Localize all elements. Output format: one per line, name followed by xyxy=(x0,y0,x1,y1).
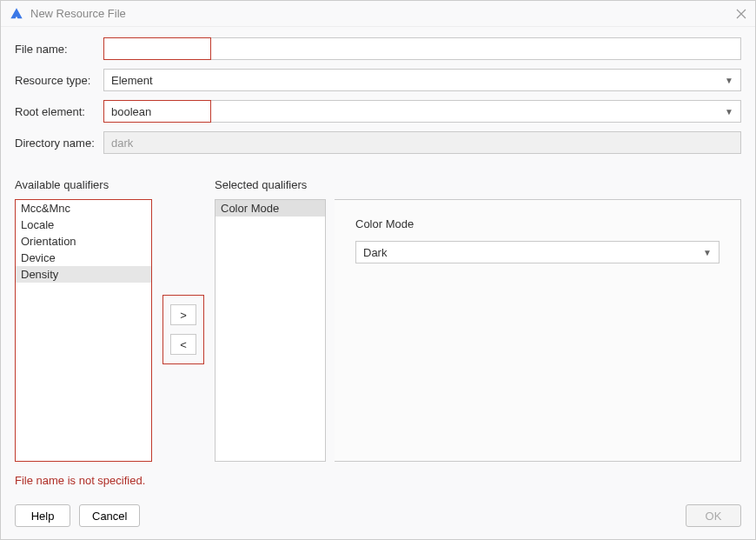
close-icon[interactable] xyxy=(736,9,746,19)
chevron-down-icon: ▼ xyxy=(703,248,712,257)
root-element-label: Root element: xyxy=(15,105,103,118)
move-left-button[interactable]: < xyxy=(170,334,196,355)
file-name-input-extent[interactable] xyxy=(211,37,741,60)
list-item[interactable]: Orientation xyxy=(16,233,151,250)
list-item[interactable]: Density xyxy=(16,266,151,283)
chevron-down-icon: ▼ xyxy=(725,107,733,117)
available-qualifiers-list[interactable]: Mcc&MncLocaleOrientationDeviceDensity xyxy=(15,199,152,462)
resource-type-select[interactable]: Element ▼ xyxy=(103,69,741,91)
selected-qualifiers-label: Selected qualifiers xyxy=(215,178,326,194)
cancel-button[interactable]: Cancel xyxy=(79,504,140,527)
root-element-value: boolean xyxy=(111,105,151,118)
qualifier-detail-select[interactable]: Dark ▼ xyxy=(355,241,720,263)
resource-type-label: Resource type: xyxy=(15,74,103,87)
list-item[interactable]: Color Mode xyxy=(216,200,325,217)
selected-qualifiers-list[interactable]: Color Mode xyxy=(215,199,326,462)
list-item[interactable]: Mcc&Mnc xyxy=(16,200,151,217)
dialog-footer: Help Cancel OK xyxy=(1,496,755,539)
help-button[interactable]: Help xyxy=(15,504,70,527)
file-name-label: File name: xyxy=(15,43,103,56)
root-element-select[interactable]: boolean ▼ xyxy=(103,100,741,123)
file-name-input[interactable] xyxy=(104,38,210,59)
resource-type-value: Element xyxy=(111,74,153,87)
app-logo-icon xyxy=(10,7,23,21)
root-element-highlight: boolean xyxy=(103,100,211,123)
qualifier-detail-value: Dark xyxy=(363,246,387,259)
qualifier-detail-panel: Color Mode Dark ▼ xyxy=(335,199,741,462)
ok-button[interactable]: OK xyxy=(686,504,741,527)
list-item[interactable]: Device xyxy=(16,250,151,266)
window-title: New Resource File xyxy=(30,7,126,20)
file-name-input-highlight xyxy=(103,37,211,60)
list-item[interactable]: Locale xyxy=(16,217,151,233)
chevron-down-icon: ▼ xyxy=(725,76,733,85)
available-qualifiers-label: Available qualifiers xyxy=(15,178,152,194)
qualifier-detail-label: Color Mode xyxy=(355,217,720,230)
directory-name-input xyxy=(103,131,741,154)
error-message: File name is not specified. xyxy=(15,474,741,487)
dialog-new-resource-file: New Resource File File name: Resource ty… xyxy=(0,0,756,540)
qualifier-move-buttons-group: > < xyxy=(162,295,204,364)
titlebar: New Resource File xyxy=(1,1,755,27)
directory-name-label: Directory name: xyxy=(15,137,103,150)
move-right-button[interactable]: > xyxy=(170,304,196,325)
